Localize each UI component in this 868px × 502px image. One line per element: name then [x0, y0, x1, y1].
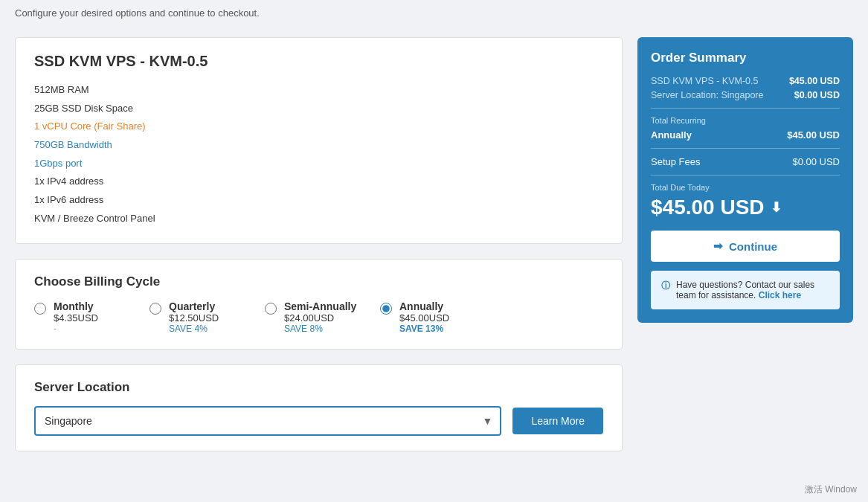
- order-line-product: SSD KVM VPS - KVM-0.5 $45.00 USD: [651, 76, 840, 86]
- product-title: SSD KVM VPS - KVM-0.5: [34, 53, 603, 70]
- billing-name-annually: Annually: [399, 300, 449, 312]
- spec-port: 1Gbps port: [34, 155, 603, 173]
- billing-name-quarterly: Quarterly: [169, 300, 219, 312]
- activate-windows-text: 激活 Window: [805, 483, 857, 496]
- order-annually-amount: $45.00 USD: [787, 129, 840, 141]
- billing-save-quarterly: SAVE 4%: [169, 324, 219, 334]
- billing-save-annually: SAVE 13%: [399, 324, 449, 334]
- billing-name-semi-annually: Semi-Annually: [284, 300, 356, 312]
- continue-button[interactable]: ➡ Continue: [651, 231, 840, 262]
- order-total-label: Total Due Today: [651, 183, 840, 192]
- learn-more-button[interactable]: Learn More: [512, 408, 603, 434]
- billing-save-semi-annually: SAVE 8%: [284, 324, 356, 334]
- server-location-row: Singapore USA UK Japan ▼ Learn More: [34, 406, 603, 436]
- product-specs: 512MB RAM 25GB SSD Disk Space 1 vCPU Cor…: [34, 81, 603, 228]
- help-text: Have questions? Contact our sales team f…: [676, 280, 829, 300]
- product-card: SSD KVM VPS - KVM-0.5 512MB RAM 25GB SSD…: [15, 37, 623, 244]
- server-location-title: Server Location: [34, 380, 603, 395]
- order-annually-label: Annually: [651, 129, 692, 141]
- spec-panel: KVM / Breeze Control Panel: [34, 210, 603, 228]
- billing-radio-annually[interactable]: [380, 303, 392, 315]
- spec-ipv6: 1x IPv6 address: [34, 191, 603, 210]
- billing-section-title: Choose Billing Cycle: [34, 274, 603, 289]
- arrow-right-icon: ➡: [713, 239, 723, 253]
- download-icon: ⬇: [771, 199, 782, 216]
- spec-cpu: 1 vCPU Core (Fair Share): [34, 118, 603, 136]
- order-summary-title: Order Summary: [651, 51, 840, 65]
- server-location-select[interactable]: Singapore USA UK Japan: [34, 406, 501, 436]
- continue-label: Continue: [729, 240, 777, 253]
- billing-option-monthly[interactable]: Monthly $4.35USD -: [34, 300, 138, 334]
- order-product-label: SSD KVM VPS - KVM-0.5: [651, 76, 758, 86]
- info-icon: ⓘ: [661, 280, 670, 292]
- billing-option-annually[interactable]: Annually $45.00USD SAVE 13%: [380, 300, 484, 334]
- order-annually-row: Annually $45.00 USD: [651, 129, 840, 141]
- order-setup-label: Setup Fees: [651, 156, 701, 167]
- order-location-amount: $0.00 USD: [794, 90, 840, 100]
- order-total-value: $45.00 USD: [651, 196, 765, 219]
- order-setup-row: Setup Fees $0.00 USD: [651, 156, 840, 167]
- order-recurring-label: Total Recurring: [651, 116, 840, 125]
- order-total-amount: $45.00 USD ⬇: [651, 196, 840, 219]
- billing-price-quarterly: $12.50USD: [169, 312, 219, 324]
- billing-save-monthly: -: [54, 324, 98, 334]
- billing-option-quarterly[interactable]: Quarterly $12.50USD SAVE 4%: [150, 300, 254, 334]
- order-line-location: Server Location: Singapore $0.00 USD: [651, 90, 840, 100]
- order-divider-2: [651, 148, 840, 149]
- server-select-wrapper: Singapore USA UK Japan ▼: [34, 406, 501, 436]
- billing-radio-semi-annually[interactable]: [265, 303, 277, 315]
- top-bar: Configure your desired options and conti…: [0, 0, 868, 26]
- billing-name-monthly: Monthly: [54, 300, 98, 312]
- spec-bandwidth: 750GB Bandwidth: [34, 136, 603, 155]
- order-summary: Order Summary SSD KVM VPS - KVM-0.5 $45.…: [637, 37, 853, 323]
- help-link[interactable]: Click here: [759, 290, 801, 300]
- spec-disk: 25GB SSD Disk Space: [34, 100, 603, 118]
- order-divider-1: [651, 108, 840, 109]
- configure-text: Configure your desired options and conti…: [15, 7, 260, 19]
- order-divider-3: [651, 175, 840, 176]
- billing-price-semi-annually: $24.00USD: [284, 312, 356, 324]
- billing-radio-quarterly[interactable]: [150, 303, 161, 315]
- billing-options: Monthly $4.35USD - Quarterly $12.50USD S…: [34, 300, 603, 334]
- server-location-section: Server Location Singapore USA UK Japan ▼…: [15, 364, 623, 451]
- billing-section: Choose Billing Cycle Monthly $4.35USD - …: [15, 259, 623, 350]
- spec-ipv4: 1x IPv4 address: [34, 173, 603, 191]
- billing-radio-monthly[interactable]: [34, 303, 46, 315]
- order-setup-amount: $0.00 USD: [792, 156, 840, 167]
- billing-price-annually: $45.00USD: [399, 312, 449, 324]
- main-content: SSD KVM VPS - KVM-0.5 512MB RAM 25GB SSD…: [15, 37, 623, 451]
- order-product-amount: $45.00 USD: [789, 76, 840, 86]
- help-box: ⓘ Have questions? Contact our sales team…: [651, 271, 840, 309]
- order-location-label: Server Location: Singapore: [651, 90, 763, 100]
- spec-ram: 512MB RAM: [34, 81, 603, 100]
- billing-price-monthly: $4.35USD: [54, 312, 98, 324]
- billing-option-semi-annually[interactable]: Semi-Annually $24.00USD SAVE 8%: [265, 300, 369, 334]
